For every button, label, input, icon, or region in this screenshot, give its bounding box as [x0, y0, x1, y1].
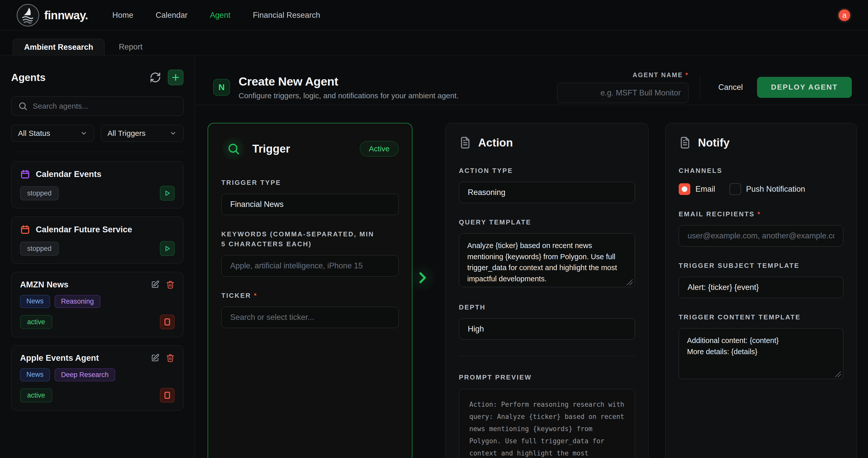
action-divider [459, 356, 635, 356]
trigger-icon-glow [221, 136, 246, 161]
content-template-textarea[interactable]: Additional content: {content} More detai… [679, 328, 843, 379]
refresh-icon [150, 71, 161, 83]
finnway-logo-icon [16, 4, 40, 27]
email-recipients-label: EMAIL RECIPIENTS * [679, 209, 843, 219]
deploy-agent-button[interactable]: DEPLOY AGENT [757, 77, 852, 98]
tag-deep-research: Deep Research [55, 368, 116, 381]
required-asterisk: * [757, 210, 761, 218]
depth-value: High [468, 325, 484, 334]
notify-card: Notify CHANNELS Email Push Notification … [665, 123, 857, 458]
trigger-filter-select[interactable]: All Triggers [101, 125, 184, 142]
start-agent-button[interactable] [160, 186, 175, 201]
nav-item-home[interactable]: Home [113, 11, 133, 20]
keywords-input[interactable] [221, 255, 399, 276]
search-agents-input[interactable] [33, 102, 177, 111]
status-badge: active [20, 389, 52, 402]
user-avatar[interactable]: a [837, 8, 852, 23]
push-checkbox-label: Push Notification [746, 185, 805, 194]
status-filter-value: All Status [18, 129, 50, 138]
keywords-label: KEYWORDS (COMMA-SEPARATED, MIN 5 CHARACT… [221, 229, 379, 249]
document-icon [679, 136, 691, 149]
email-checkbox-label: Email [695, 185, 715, 194]
edit-icon [151, 280, 159, 289]
chevron-down-icon [80, 130, 87, 137]
calendar-icon [20, 224, 30, 235]
start-agent-button[interactable] [160, 241, 175, 256]
top-nav: finnway. Home Calendar Agent Financial R… [0, 0, 868, 30]
cancel-button[interactable]: Cancel [711, 78, 750, 97]
chevron-down-icon [169, 130, 177, 137]
trash-icon [166, 280, 175, 289]
action-type-label: ACTION TYPE [459, 166, 635, 176]
new-agent-badge: N [213, 79, 230, 96]
trigger-filter-value: All Triggers [107, 129, 146, 138]
depth-select[interactable]: High [459, 318, 635, 340]
delete-agent-button[interactable] [166, 280, 175, 289]
flow-arrow-button[interactable] [407, 263, 438, 293]
tab-report[interactable]: Report [107, 39, 154, 55]
required-asterisk: * [685, 71, 689, 79]
tab-ambient-research[interactable]: Ambient Research [13, 39, 104, 55]
chevron-right-icon [415, 270, 430, 285]
nav-item-agent[interactable]: Agent [210, 11, 230, 20]
subject-template-input[interactable] [679, 277, 843, 298]
action-type-value: Reasoning [468, 188, 505, 197]
query-template-label: QUERY TEMPLATE [459, 217, 635, 227]
stop-icon [164, 318, 170, 326]
agent-list: Calendar Events stopped [11, 161, 184, 410]
query-template-textarea[interactable]: Analyze {ticker} based on recent news me… [459, 233, 635, 287]
document-icon [459, 136, 471, 149]
agent-card-apple-events[interactable]: Apple Events Agent [11, 345, 184, 410]
channels-label: CHANNELS [679, 166, 843, 176]
prompt-preview-box: Action: Perform reasoning research with … [459, 389, 635, 458]
play-icon [164, 245, 170, 252]
email-recipients-input[interactable] [679, 225, 843, 246]
page-subtitle: Configure triggers, logic, and notificat… [239, 91, 459, 100]
trigger-card: Trigger Active TRIGGER TYPE Financial Ne… [208, 123, 412, 458]
nav-item-calendar[interactable]: Calendar [156, 11, 188, 20]
trigger-active-badge: Active [360, 141, 399, 157]
nav-item-financial-research[interactable]: Financial Research [253, 11, 320, 20]
stop-agent-button[interactable] [160, 314, 175, 329]
status-badge: active [20, 315, 52, 329]
sidebar-divider [11, 152, 184, 152]
ticker-label: TICKER * [221, 291, 399, 301]
agents-title: Agents [11, 72, 46, 83]
trash-icon [166, 354, 175, 362]
refresh-agents-button[interactable] [150, 71, 161, 83]
agent-flow-columns: Trigger Active TRIGGER TYPE Financial Ne… [195, 105, 868, 458]
status-filter-select[interactable]: All Status [11, 125, 94, 142]
add-agent-button[interactable] [168, 69, 184, 85]
calendar-icon [20, 169, 30, 179]
brand[interactable]: finnway. [16, 4, 88, 27]
prompt-preview-label: PROMPT PREVIEW [459, 372, 635, 383]
search-icon [18, 101, 28, 111]
create-agent-panel: N Create New Agent Configure triggers, l… [195, 55, 868, 458]
content-template-label: TRIGGER CONTENT TEMPLATE [679, 312, 843, 322]
trigger-type-select[interactable]: Financial News [221, 194, 399, 215]
edit-agent-button[interactable] [151, 280, 159, 289]
search-icon [227, 142, 240, 155]
notify-title: Notify [698, 136, 730, 149]
depth-label: DEPTH [459, 302, 635, 312]
agent-name-input[interactable] [557, 83, 688, 103]
email-checkbox[interactable] [679, 183, 690, 195]
trigger-type-label: TRIGGER TYPE [221, 178, 399, 188]
agent-name: Apple Events Agent [20, 353, 99, 363]
tag-news: News [20, 368, 50, 381]
agent-card-calendar-future-service[interactable]: Calendar Future Service stopped [11, 217, 184, 264]
status-badge: stopped [20, 242, 59, 256]
create-agent-header: N Create New Agent Configure triggers, l… [195, 55, 868, 105]
stop-agent-button[interactable] [160, 388, 175, 403]
delete-agent-button[interactable] [166, 354, 175, 362]
action-card: Action ACTION TYPE Reasoning QUERY TEMPL… [445, 123, 648, 458]
trigger-title: Trigger [252, 143, 290, 155]
edit-agent-button[interactable] [151, 354, 159, 362]
subject-template-label: TRIGGER SUBJECT TEMPLATE [679, 261, 843, 271]
action-type-select[interactable]: Reasoning [459, 182, 635, 203]
push-notification-checkbox[interactable] [730, 183, 741, 195]
stop-icon [164, 392, 170, 399]
agent-card-amzn-news[interactable]: AMZN News [11, 272, 184, 337]
ticker-input[interactable] [221, 307, 399, 328]
agent-card-calendar-events[interactable]: Calendar Events stopped [11, 161, 184, 208]
